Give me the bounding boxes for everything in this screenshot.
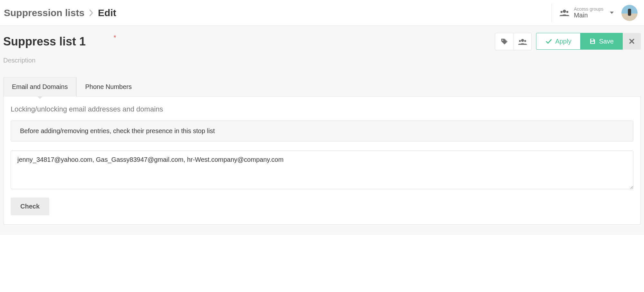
- description-input[interactable]: [3, 57, 641, 64]
- action-buttons: Apply Save: [495, 33, 641, 50]
- panel-title: Locking/unlocking email addresses and do…: [11, 105, 633, 113]
- svg-point-3: [502, 40, 504, 41]
- tab-phone-numbers[interactable]: Phone Numbers: [76, 77, 140, 96]
- access-group-selector[interactable]: Access groups Main: [560, 7, 614, 19]
- tab-label: Email and Domains: [12, 83, 68, 90]
- divider: [552, 4, 552, 22]
- top-header: Suppression lists Edit Access groups Mai…: [0, 0, 644, 26]
- save-label: Save: [599, 38, 614, 45]
- svg-rect-8: [591, 42, 594, 43]
- page-body: *: [0, 26, 644, 235]
- icon-button-group: [495, 33, 532, 50]
- check-button[interactable]: Check: [11, 198, 49, 215]
- svg-point-2: [566, 11, 568, 13]
- check-icon: [545, 38, 552, 44]
- svg-rect-7: [591, 39, 593, 41]
- svg-point-5: [519, 40, 521, 42]
- tab-email-domains[interactable]: Email and Domains: [3, 77, 76, 97]
- apply-label: Apply: [555, 38, 571, 45]
- tab-panel: Locking/unlocking email addresses and do…: [3, 97, 641, 225]
- access-group-label: Access groups: [574, 7, 603, 12]
- svg-point-1: [561, 11, 562, 13]
- users-icon: [518, 38, 527, 45]
- tab-label: Phone Numbers: [85, 83, 132, 90]
- close-button[interactable]: [623, 33, 641, 50]
- chevron-right-icon: [89, 9, 93, 16]
- info-box: Before adding/removing entries, check th…: [11, 121, 633, 141]
- close-icon: [629, 38, 635, 44]
- breadcrumb-root[interactable]: Suppression lists: [4, 7, 84, 18]
- breadcrumb-current: Edit: [98, 7, 116, 18]
- tag-icon: [500, 38, 508, 45]
- breadcrumb: Suppression lists Edit: [4, 7, 116, 18]
- svg-point-6: [524, 40, 526, 42]
- apply-button[interactable]: Apply: [536, 33, 580, 50]
- users-icon: [560, 9, 569, 16]
- list-name-input[interactable]: [3, 35, 113, 48]
- svg-point-0: [563, 10, 566, 13]
- tabs: Email and Domains Phone Numbers: [3, 77, 641, 97]
- save-button[interactable]: Save: [580, 33, 623, 50]
- primary-button-group: Apply Save: [536, 33, 641, 50]
- header-right: Access groups Main: [552, 4, 638, 22]
- avatar[interactable]: [621, 5, 638, 21]
- access-group-value: Main: [574, 12, 603, 19]
- check-label: Check: [20, 203, 40, 210]
- share-button[interactable]: [513, 33, 531, 50]
- entries-textarea[interactable]: [11, 151, 633, 189]
- save-icon: [589, 38, 596, 44]
- title-row: *: [3, 33, 641, 50]
- tag-button[interactable]: [495, 33, 513, 50]
- caret-down-icon: [610, 12, 614, 14]
- required-indicator: *: [113, 34, 116, 42]
- svg-point-4: [521, 39, 524, 42]
